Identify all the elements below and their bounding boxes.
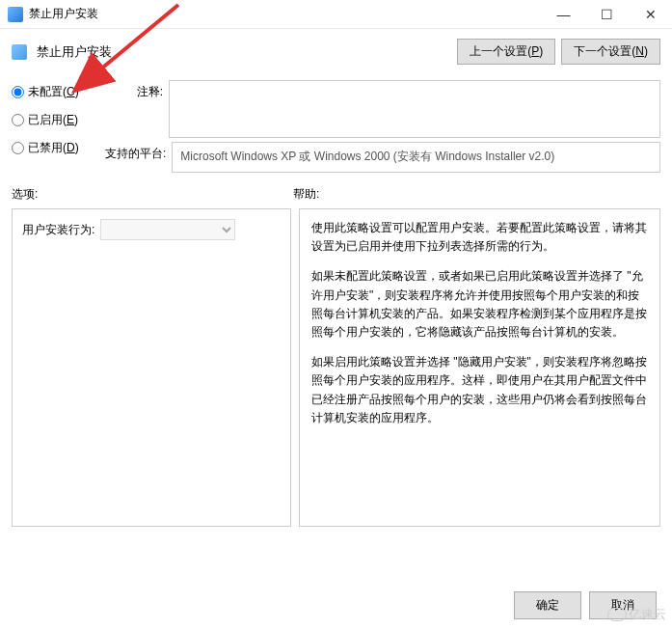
content-row: 用户安装行为: 使用此策略设置可以配置用户安装。若要配置此策略设置，请将其设置为… xyxy=(0,208,672,527)
help-paragraph-1: 使用此策略设置可以配置用户安装。若要配置此策略设置，请将其设置为已启用并使用下拉… xyxy=(311,219,648,256)
window-controls: — ☐ ✕ xyxy=(542,0,672,29)
watermark-text: 亿速云 xyxy=(629,606,666,623)
options-panel: 用户安装行为: xyxy=(12,208,291,527)
next-setting-button[interactable]: 下一个设置(N) xyxy=(561,39,660,65)
behavior-select[interactable] xyxy=(100,219,235,240)
ok-button[interactable]: 确定 xyxy=(514,591,581,619)
behavior-label: 用户安装行为: xyxy=(22,222,94,238)
help-paragraph-3: 如果启用此策略设置并选择 "隐藏用户安装"，则安装程序将忽略按照每个用户安装的应… xyxy=(311,353,648,427)
nav-buttons: 上一个设置(P) 下一个设置(N) xyxy=(457,39,660,65)
radio-group: 未配置(C) 已启用(E) 已禁用(D) xyxy=(12,80,94,173)
close-button[interactable]: ✕ xyxy=(629,0,672,29)
radio-disabled-label: 已禁用(D) xyxy=(28,140,79,156)
watermark-icon xyxy=(607,608,627,621)
radio-enabled[interactable]: 已启用(E) xyxy=(12,112,94,128)
comment-row: 注释: xyxy=(105,80,660,138)
watermark: 亿速云 xyxy=(607,606,666,623)
platform-row: 支持的平台: Microsoft Windows XP 或 Windows 20… xyxy=(105,142,660,173)
header-row: 禁止用户安装 上一个设置(P) 下一个设置(N) xyxy=(0,29,672,72)
platform-label: 支持的平台: xyxy=(105,142,166,162)
maximize-button[interactable]: ☐ xyxy=(585,0,629,29)
comment-label: 注释: xyxy=(105,80,163,100)
right-fields: 注释: 支持的平台: Microsoft Windows XP 或 Window… xyxy=(105,80,660,173)
radio-not-configured-label: 未配置(C) xyxy=(28,84,79,100)
prev-setting-button[interactable]: 上一个设置(P) xyxy=(457,39,555,65)
radio-enabled-label: 已启用(E) xyxy=(28,112,78,128)
help-paragraph-2: 如果未配置此策略设置，或者如果已启用此策略设置并选择了 "允许用户安装"，则安装… xyxy=(311,267,648,342)
section-labels: 选项: 帮助: xyxy=(0,173,672,208)
window-title: 禁止用户安装 xyxy=(29,6,98,22)
app-icon xyxy=(8,7,23,22)
behavior-field: 用户安装行为: xyxy=(22,219,281,240)
comment-textarea[interactable] xyxy=(169,80,660,138)
help-label: 帮助: xyxy=(293,186,319,203)
help-panel: 使用此策略设置可以配置用户安装。若要配置此策略设置，请将其设置为已启用并使用下拉… xyxy=(299,208,660,527)
radio-disabled[interactable]: 已禁用(D) xyxy=(12,140,94,156)
titlebar: 禁止用户安装 — ☐ ✕ xyxy=(0,0,672,29)
radio-disabled-input[interactable] xyxy=(12,142,24,154)
platform-textarea[interactable]: Microsoft Windows XP 或 Windows 2000 (安装有… xyxy=(172,142,660,173)
page-title: 禁止用户安装 xyxy=(37,43,112,61)
config-area: 未配置(C) 已启用(E) 已禁用(D) 注释: 支持的平台: Microsof… xyxy=(0,72,672,173)
minimize-button[interactable]: — xyxy=(542,0,585,29)
policy-icon xyxy=(12,44,27,60)
radio-enabled-input[interactable] xyxy=(12,114,24,126)
radio-not-configured-input[interactable] xyxy=(12,86,24,98)
radio-not-configured[interactable]: 未配置(C) xyxy=(12,84,94,100)
options-label: 选项: xyxy=(12,186,293,203)
